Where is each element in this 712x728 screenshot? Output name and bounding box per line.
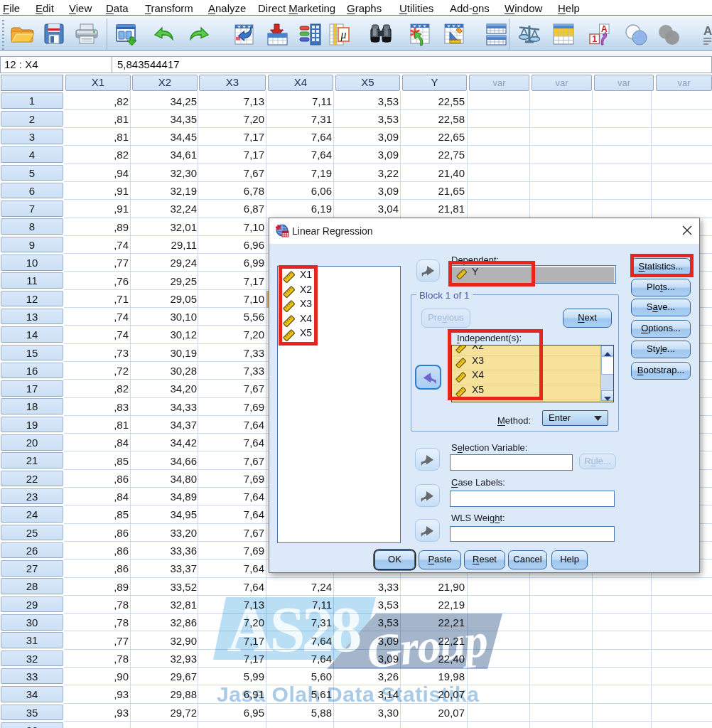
svg-text:1: 1: [592, 34, 597, 44]
svg-text:A: A: [703, 24, 712, 38]
svg-text:μ: μ: [340, 28, 346, 41]
svg-text:A: A: [601, 24, 608, 34]
